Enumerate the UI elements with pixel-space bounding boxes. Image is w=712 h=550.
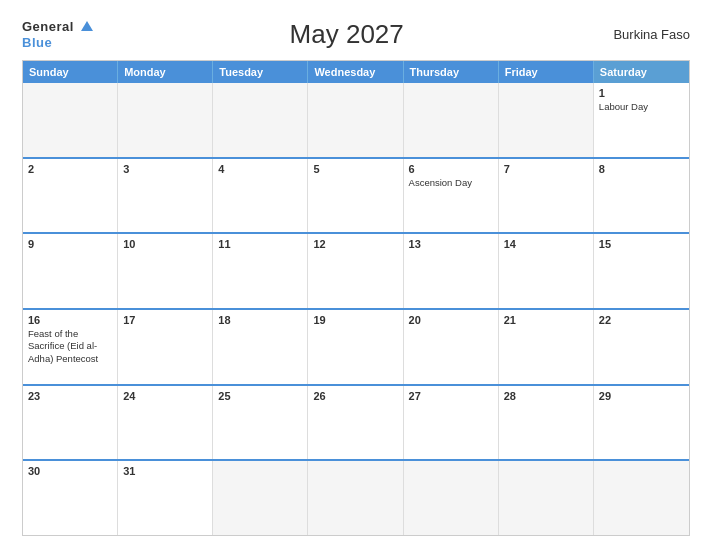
calendar-title: May 2027 bbox=[93, 19, 600, 50]
country-name: Burkina Faso bbox=[600, 27, 690, 42]
week-row-3: 9101112131415 bbox=[23, 232, 689, 308]
day-cell-w5-d3: 25 bbox=[213, 386, 308, 460]
week-row-4: 16Feast of the Sacrifice (Eid al-Adha) P… bbox=[23, 308, 689, 384]
day-cell-w6-d4 bbox=[308, 461, 403, 535]
day-number: 20 bbox=[409, 314, 493, 326]
day-cell-w2-d6: 7 bbox=[499, 159, 594, 233]
calendar-weeks: 1Labour Day23456Ascension Day78910111213… bbox=[23, 83, 689, 535]
day-cell-w3-d6: 14 bbox=[499, 234, 594, 308]
day-number: 4 bbox=[218, 163, 302, 175]
header-thursday: Thursday bbox=[404, 61, 499, 83]
day-number: 3 bbox=[123, 163, 207, 175]
header-saturday: Saturday bbox=[594, 61, 689, 83]
day-cell-w4-d1: 16Feast of the Sacrifice (Eid al-Adha) P… bbox=[23, 310, 118, 384]
day-number: 16 bbox=[28, 314, 112, 326]
week-row-5: 23242526272829 bbox=[23, 384, 689, 460]
week-row-1: 1Labour Day bbox=[23, 83, 689, 157]
header-monday: Monday bbox=[118, 61, 213, 83]
calendar-grid: Sunday Monday Tuesday Wednesday Thursday… bbox=[22, 60, 690, 536]
day-number: 31 bbox=[123, 465, 207, 477]
day-number: 2 bbox=[28, 163, 112, 175]
day-number: 7 bbox=[504, 163, 588, 175]
logo-blue-text: Blue bbox=[22, 35, 52, 50]
day-cell-w6-d7 bbox=[594, 461, 689, 535]
header: General Blue May 2027 Burkina Faso bbox=[22, 18, 690, 50]
day-number: 11 bbox=[218, 238, 302, 250]
day-cell-w6-d3 bbox=[213, 461, 308, 535]
day-cell-w6-d1: 30 bbox=[23, 461, 118, 535]
day-cell-w1-d7: 1Labour Day bbox=[594, 83, 689, 157]
day-cell-w3-d4: 12 bbox=[308, 234, 403, 308]
day-number: 14 bbox=[504, 238, 588, 250]
day-number: 28 bbox=[504, 390, 588, 402]
day-cell-w2-d1: 2 bbox=[23, 159, 118, 233]
day-cell-w4-d4: 19 bbox=[308, 310, 403, 384]
day-number: 26 bbox=[313, 390, 397, 402]
day-number: 8 bbox=[599, 163, 684, 175]
day-cell-w5-d5: 27 bbox=[404, 386, 499, 460]
day-cell-w5-d1: 23 bbox=[23, 386, 118, 460]
day-number: 18 bbox=[218, 314, 302, 326]
day-cell-w1-d6 bbox=[499, 83, 594, 157]
header-wednesday: Wednesday bbox=[308, 61, 403, 83]
day-cell-w6-d6 bbox=[499, 461, 594, 535]
day-cell-w5-d6: 28 bbox=[499, 386, 594, 460]
day-cell-w2-d3: 4 bbox=[213, 159, 308, 233]
header-tuesday: Tuesday bbox=[213, 61, 308, 83]
logo-general-text: General bbox=[22, 19, 74, 34]
day-cell-w3-d2: 10 bbox=[118, 234, 213, 308]
day-number: 1 bbox=[599, 87, 684, 99]
logo-triangle-icon bbox=[81, 21, 93, 31]
day-number: 17 bbox=[123, 314, 207, 326]
day-number: 21 bbox=[504, 314, 588, 326]
calendar-page: General Blue May 2027 Burkina Faso Sunda… bbox=[0, 0, 712, 550]
day-cell-w4-d7: 22 bbox=[594, 310, 689, 384]
day-cell-w3-d5: 13 bbox=[404, 234, 499, 308]
week-row-2: 23456Ascension Day78 bbox=[23, 157, 689, 233]
day-cell-w4-d3: 18 bbox=[213, 310, 308, 384]
day-headers-row: Sunday Monday Tuesday Wednesday Thursday… bbox=[23, 61, 689, 83]
day-cell-w1-d2 bbox=[118, 83, 213, 157]
day-number: 27 bbox=[409, 390, 493, 402]
day-event: Labour Day bbox=[599, 101, 684, 113]
day-number: 24 bbox=[123, 390, 207, 402]
day-cell-w5-d4: 26 bbox=[308, 386, 403, 460]
day-cell-w3-d1: 9 bbox=[23, 234, 118, 308]
day-number: 29 bbox=[599, 390, 684, 402]
day-cell-w2-d5: 6Ascension Day bbox=[404, 159, 499, 233]
day-number: 12 bbox=[313, 238, 397, 250]
day-cell-w3-d3: 11 bbox=[213, 234, 308, 308]
day-number: 19 bbox=[313, 314, 397, 326]
day-cell-w4-d6: 21 bbox=[499, 310, 594, 384]
day-cell-w1-d5 bbox=[404, 83, 499, 157]
day-cell-w2-d4: 5 bbox=[308, 159, 403, 233]
day-cell-w6-d5 bbox=[404, 461, 499, 535]
day-cell-w4-d5: 20 bbox=[404, 310, 499, 384]
header-sunday: Sunday bbox=[23, 61, 118, 83]
day-cell-w1-d3 bbox=[213, 83, 308, 157]
day-event: Ascension Day bbox=[409, 177, 493, 189]
header-friday: Friday bbox=[499, 61, 594, 83]
day-number: 6 bbox=[409, 163, 493, 175]
day-number: 15 bbox=[599, 238, 684, 250]
day-cell-w1-d1 bbox=[23, 83, 118, 157]
day-cell-w5-d7: 29 bbox=[594, 386, 689, 460]
day-cell-w1-d4 bbox=[308, 83, 403, 157]
day-number: 9 bbox=[28, 238, 112, 250]
day-cell-w3-d7: 15 bbox=[594, 234, 689, 308]
day-number: 25 bbox=[218, 390, 302, 402]
day-number: 10 bbox=[123, 238, 207, 250]
day-cell-w6-d2: 31 bbox=[118, 461, 213, 535]
week-row-6: 3031 bbox=[23, 459, 689, 535]
day-cell-w4-d2: 17 bbox=[118, 310, 213, 384]
day-cell-w2-d7: 8 bbox=[594, 159, 689, 233]
day-number: 22 bbox=[599, 314, 684, 326]
day-number: 5 bbox=[313, 163, 397, 175]
day-number: 13 bbox=[409, 238, 493, 250]
logo: General Blue bbox=[22, 18, 93, 50]
day-event: Feast of the Sacrifice (Eid al-Adha) Pen… bbox=[28, 328, 112, 365]
day-cell-w2-d2: 3 bbox=[118, 159, 213, 233]
day-cell-w5-d2: 24 bbox=[118, 386, 213, 460]
day-number: 23 bbox=[28, 390, 112, 402]
logo-line1: General bbox=[22, 18, 93, 34]
